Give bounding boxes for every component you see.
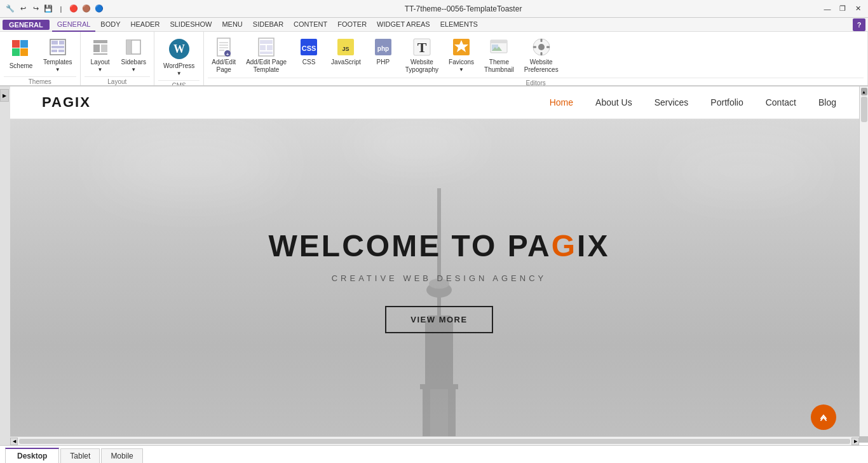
sidebars-label: Sidebars: [121, 59, 146, 66]
scroll-thumb-h[interactable]: [19, 439, 850, 444]
svg-rect-47: [540, 52, 542, 55]
vertical-scrollbar[interactable]: ▲: [859, 86, 868, 436]
scheme-label: Scheme: [10, 62, 33, 69]
javascript-button[interactable]: JS JavaScript: [327, 34, 365, 68]
horizontal-scrollbar[interactable]: ◀ ▶: [10, 436, 859, 445]
svg-text:php: php: [377, 45, 389, 52]
sidebars-button[interactable]: Sidebars ▼: [118, 34, 150, 75]
nav-item-blog[interactable]: Blog: [818, 97, 836, 107]
preview-container: PAGIX Home About Us Services Portfolio C…: [10, 86, 868, 445]
tab-widget-areas[interactable]: WIDGET AREAS: [372, 18, 435, 32]
add-edit-page-button[interactable]: + Add/EditPage: [208, 34, 240, 76]
restore-button[interactable]: ❐: [837, 4, 848, 13]
tab-content[interactable]: CONTENT: [288, 18, 332, 32]
website-typography-button[interactable]: T WebsiteTypography: [402, 34, 442, 76]
templates-arrow: ▼: [55, 67, 60, 73]
css-button[interactable]: CSS CSS: [293, 34, 325, 68]
favicons-label: Favicons: [449, 59, 474, 66]
nav-item-contact[interactable]: Contact: [766, 97, 796, 107]
scheme-icon: [9, 37, 33, 61]
scheme-button[interactable]: Scheme: [4, 34, 38, 72]
minimize-button[interactable]: —: [822, 4, 832, 13]
layout-button[interactable]: Layout ▼: [85, 34, 116, 75]
save-icon[interactable]: 💾: [43, 4, 53, 14]
layout-items: Layout ▼ Sidebars ▼: [85, 34, 150, 75]
svg-rect-15: [126, 40, 132, 54]
svg-rect-8: [51, 50, 57, 52]
svg-rect-27: [260, 40, 273, 44]
nav-item-services[interactable]: Services: [654, 97, 689, 107]
sidebars-icon: [123, 37, 144, 57]
svg-rect-1: [20, 40, 28, 48]
favicons-button[interactable]: Favicons ▼: [445, 34, 478, 75]
tab-slideshow[interactable]: SLIDESHOW: [165, 18, 217, 32]
tab-tablet[interactable]: Tablet: [60, 448, 100, 463]
wp-icon[interactable]: 🔵: [94, 4, 104, 14]
window-controls[interactable]: — ❐ ✕: [822, 4, 863, 13]
add-edit-template-icon: [256, 37, 276, 57]
svg-rect-28: [260, 45, 266, 50]
redo-icon[interactable]: ↪: [31, 4, 41, 14]
undo-icon[interactable]: ↩: [18, 4, 28, 14]
preview-nav-menu: Home About Us Services Portfolio Contact…: [550, 97, 836, 107]
svg-rect-10: [93, 40, 107, 43]
add-edit-page-icon: +: [214, 37, 234, 57]
tab-body[interactable]: BODY: [95, 18, 125, 32]
tab-footer[interactable]: FOOTER: [332, 18, 372, 32]
sidebar-toggle-icon: ▶: [0, 89, 9, 102]
file-menu-button[interactable]: GENERAL: [3, 20, 50, 30]
tab-general[interactable]: GENERAL: [52, 18, 96, 32]
css-label: CSS: [302, 59, 316, 66]
close-button[interactable]: ✕: [853, 4, 863, 13]
themes-group-label: Themes: [4, 76, 76, 86]
templates-icon: [48, 37, 68, 57]
scroll-left-arrow[interactable]: ◀: [10, 438, 18, 445]
wordpress-arrow: ▼: [177, 71, 182, 76]
php-button[interactable]: php PHP: [367, 34, 399, 68]
help-button[interactable]: ?: [853, 18, 865, 31]
wordpress-button[interactable]: W WordPress ▼: [158, 34, 200, 79]
tab-menu[interactable]: MENU: [217, 18, 247, 32]
add-edit-template-label: Add/Edit PageTemplate: [246, 59, 287, 74]
scroll-thumb-v[interactable]: [861, 97, 867, 122]
nav-item-about[interactable]: About Us: [595, 97, 632, 107]
scroll-up-button[interactable]: [811, 404, 836, 430]
website-preferences-button[interactable]: WebsitePreferences: [520, 34, 562, 76]
nav-item-portfolio[interactable]: Portfolio: [710, 97, 743, 107]
tab-mobile[interactable]: Mobile: [101, 448, 142, 463]
cms-items: W WordPress ▼: [158, 34, 200, 79]
cloud-2: [667, 144, 825, 195]
templates-button[interactable]: Templates ▼: [39, 34, 76, 75]
wordpress-label: WordPress: [163, 62, 194, 69]
svg-rect-6: [59, 41, 64, 45]
browser-icon-2[interactable]: 🟤: [81, 4, 92, 14]
favicons-icon: [451, 37, 471, 57]
layout-label: Layout: [91, 59, 110, 66]
svg-text:CSS: CSS: [302, 45, 316, 52]
website-typography-icon: T: [412, 37, 432, 57]
svg-rect-7: [51, 46, 64, 48]
add-edit-template-button[interactable]: Add/Edit PageTemplate: [242, 34, 290, 76]
templates-label: Templates: [43, 59, 72, 66]
tab-header[interactable]: HEADER: [126, 18, 165, 32]
view-more-button[interactable]: VIEW MORE: [385, 306, 492, 333]
svg-text:W: W: [173, 43, 185, 55]
tab-sidebar[interactable]: SIDEBAR: [248, 18, 288, 32]
theme-thumbnail-button[interactable]: ThemeThumbnail: [480, 34, 518, 76]
themes-items: Scheme Templates: [4, 34, 76, 75]
main-canvas-wrap: ▶ PAGIX Home About Us Services Portfolio…: [0, 86, 868, 445]
tab-elements[interactable]: ELEMENTS: [435, 18, 483, 32]
title-bar: 🔧 ↩ ↪ 💾 | 🔴 🟤 🔵 TT-7theme--0056-Template…: [0, 0, 868, 18]
tab-desktop[interactable]: Desktop: [5, 448, 59, 463]
ribbon-group-layout: Layout ▼ Sidebars ▼ Layout: [81, 32, 154, 85]
svg-rect-46: [540, 39, 542, 42]
scroll-up-arrow[interactable]: ▲: [861, 88, 867, 95]
browser-icon-1[interactable]: 🔴: [69, 4, 79, 14]
sidebars-arrow: ▼: [131, 67, 136, 73]
website-preferences-icon: [531, 37, 552, 57]
svg-rect-5: [51, 41, 58, 45]
favicons-arrow: ▼: [459, 67, 464, 73]
nav-item-home[interactable]: Home: [550, 97, 573, 107]
sidebar-toggle-button[interactable]: ▶: [0, 86, 10, 445]
scroll-right-arrow[interactable]: ▶: [851, 438, 859, 445]
